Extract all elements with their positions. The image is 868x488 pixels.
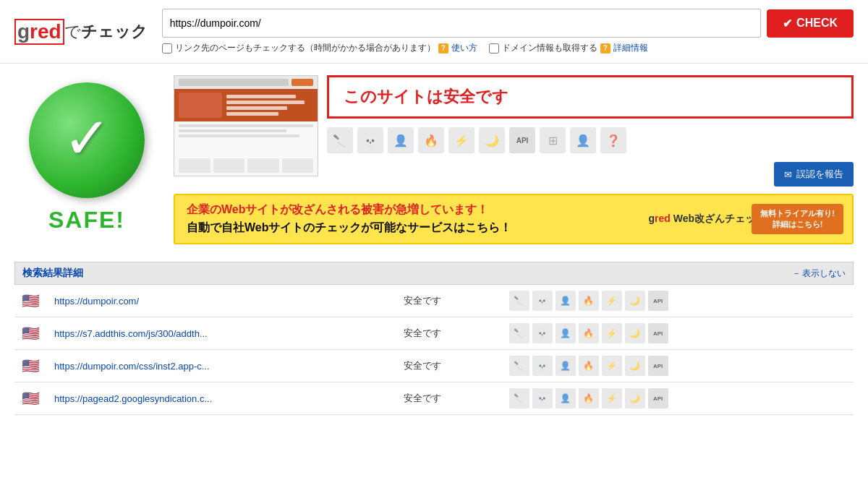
safe-label: SAFE! <box>48 207 125 234</box>
result-area: このサイトは安全です 🔪 💀 👤 🔥 ⚡ 🌙 API ⊞ 👤 ❓ <box>327 75 854 187</box>
status-cell: 安全です <box>396 350 502 382</box>
row-icon: 🔥 <box>579 356 599 376</box>
results-section: 検索結果詳細 － 表示しない 🇺🇸 https://dumpoir.com/ 安… <box>0 262 868 429</box>
results-title[interactable]: 検索結果詳細 <box>22 267 83 280</box>
url-link[interactable]: https://s7.addthis.com/js/300/addth... <box>54 328 208 339</box>
moon-icon: 🌙 <box>479 127 505 153</box>
safe-message-box: このサイトは安全です <box>327 75 854 119</box>
api-icon: API <box>509 127 535 153</box>
row-icon: 💀 <box>532 323 553 343</box>
search-row: ✔ CHECK <box>162 9 854 38</box>
fire-icon: 🔥 <box>418 127 444 153</box>
check-icon: ✔ <box>783 17 792 30</box>
icon-group: 🔪💀👤🔥⚡🌙API <box>509 388 846 408</box>
help-icon-1[interactable]: ? <box>438 43 448 53</box>
row-icon: 🌙 <box>625 291 645 311</box>
virus-icon: 🔪 <box>327 127 353 153</box>
row-icon: 🌙 <box>625 323 645 343</box>
preview-footer-box-4 <box>282 158 314 173</box>
option-link-check-checkbox[interactable] <box>162 43 172 53</box>
row-icon: 👤 <box>556 291 576 311</box>
how-to-use-link[interactable]: 使い方 <box>451 42 477 54</box>
status-cell: 安全です <box>396 317 502 350</box>
results-header: 検索結果詳細 － 表示しない <box>14 262 854 285</box>
row-icon: 🔥 <box>579 323 599 343</box>
option-domain-check: ドメイン情報も取得する ? 詳細情報 <box>489 42 648 54</box>
header: gred で チェック ✔ CHECK リンク先のページもチェックする（時間がか… <box>0 0 868 64</box>
logo-check-jp: チェック <box>81 21 148 43</box>
flag-cell: 🇺🇸 <box>14 285 47 317</box>
row-icon: 🌙 <box>625 356 645 376</box>
preview-nav-bar <box>179 79 289 86</box>
option-domain-check-checkbox[interactable] <box>489 43 499 53</box>
person-icon: 👤 <box>570 127 596 153</box>
row-icon: 🔪 <box>509 388 529 408</box>
table-row: 🇺🇸 https://pagead2.googlesyndication.c..… <box>14 382 854 415</box>
report-row: ✉ 誤認を報告 <box>327 162 854 187</box>
mail-icon: ✉ <box>784 169 792 180</box>
row-icon: 🌙 <box>625 388 645 408</box>
flag-icon: 🇺🇸 <box>22 390 40 406</box>
detail-info-link[interactable]: 詳細情報 <box>613 42 648 54</box>
url-link[interactable]: https://dumpoir.com/ <box>54 296 139 307</box>
banner-logo: gred Web改ざんチェック <box>648 213 765 226</box>
malware-icon: 💀 <box>357 127 383 153</box>
preview-footer-box-2 <box>213 158 245 173</box>
security-icons-row: 🔪 💀 👤 🔥 ⚡ 🌙 API ⊞ 👤 ❓ <box>327 127 854 153</box>
left-panel: ✓ SAFE! <box>14 75 159 244</box>
question-icon: ❓ <box>600 127 626 153</box>
preview-nav-btn <box>292 79 313 86</box>
banner[interactable]: 企業のWebサイトが改ざんされる被害が急増しています！ 自動で自社Webサイトの… <box>174 194 854 244</box>
help-icon-2[interactable]: ? <box>600 43 610 53</box>
preview-body-line-1 <box>179 124 313 127</box>
flash-icon: ⚡ <box>448 127 475 153</box>
icons-cell: 🔪💀👤🔥⚡🌙API <box>502 317 854 350</box>
url-link[interactable]: https://pagead2.googlesyndication.c... <box>54 393 212 404</box>
icon-group: 🔪💀👤🔥⚡🌙API <box>509 291 846 311</box>
site-preview <box>174 75 318 176</box>
option-link-check: リンク先のページもチェックする（時間がかかる場合があります） ? 使い方 <box>162 42 477 54</box>
preview-result-row: このサイトは安全です 🔪 💀 👤 🔥 ⚡ 🌙 API ⊞ 👤 ❓ <box>174 75 854 187</box>
preview-text-line-3 <box>226 106 287 110</box>
preview-footer-row <box>174 155 318 176</box>
search-area: ✔ CHECK リンク先のページもチェックする（時間がかかる場合があります） ?… <box>162 9 854 54</box>
row-icon: 💀 <box>532 388 553 408</box>
row-icon: ⚡ <box>602 291 622 311</box>
icons-cell: 🔪💀👤🔥⚡🌙API <box>502 350 854 382</box>
check-button[interactable]: ✔ CHECK <box>767 9 854 38</box>
flag-cell: 🇺🇸 <box>14 382 47 415</box>
url-input[interactable] <box>162 9 761 38</box>
row-api-icon: API <box>648 323 668 343</box>
row-icon: 💀 <box>532 356 553 376</box>
banner-logo-red: red <box>655 213 671 224</box>
url-cell: https://dumpoir.com/ <box>47 285 396 317</box>
preview-body-line-2 <box>179 129 286 132</box>
toggle-label: 表示しない <box>802 267 846 280</box>
row-icon: 🔥 <box>579 291 599 311</box>
report-button[interactable]: ✉ 誤認を報告 <box>774 162 854 187</box>
preview-nav <box>174 76 318 89</box>
banner-badge[interactable]: 無料トライアル有り! 詳細はこちら! <box>752 204 843 234</box>
logo-border: gred <box>14 19 64 45</box>
flag-icon: 🇺🇸 <box>22 293 40 309</box>
page-wrapper: gred で チェック ✔ CHECK リンク先のページもチェックする（時間がか… <box>0 0 868 488</box>
checkmark-icon: ✓ <box>63 110 111 168</box>
results-table: 🇺🇸 https://dumpoir.com/ 安全です 🔪💀👤🔥⚡🌙API 🇺… <box>14 285 854 415</box>
preview-text-line-2 <box>226 100 305 104</box>
url-cell: https://dumpoir.com/css/inst2.app-c... <box>47 350 396 382</box>
status-cell: 安全です <box>396 285 502 317</box>
safe-circle: ✓ <box>29 82 145 198</box>
main-content: ✓ SAFE! <box>0 64 868 256</box>
row-icon: 🔪 <box>509 323 529 343</box>
preview-mockup <box>174 76 318 176</box>
row-icon: 👤 <box>556 356 576 376</box>
toggle-results-button[interactable]: － 表示しない <box>792 267 846 280</box>
report-button-label: 誤認を報告 <box>796 168 843 181</box>
row-icon: 💀 <box>532 291 553 311</box>
option-link-check-label: リンク先のページもチェックする（時間がかかる場合があります） <box>175 42 435 54</box>
url-link[interactable]: https://dumpoir.com/css/inst2.app-c... <box>54 361 210 372</box>
logo-de: で <box>64 21 81 43</box>
skull-icon: 👤 <box>388 127 414 153</box>
url-cell: https://s7.addthis.com/js/300/addth... <box>47 317 396 350</box>
row-icon: ⚡ <box>602 356 622 376</box>
